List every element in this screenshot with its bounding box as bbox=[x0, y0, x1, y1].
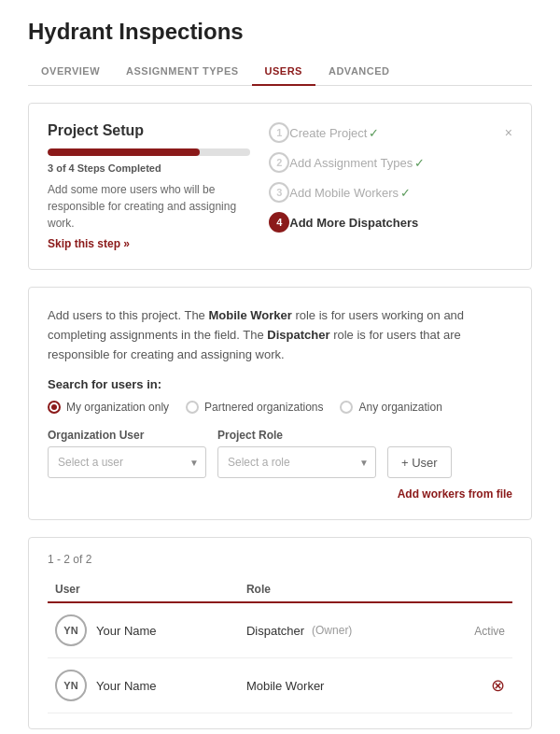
progress-bar-track bbox=[48, 148, 250, 156]
add-user-button[interactable]: + User bbox=[387, 446, 452, 478]
search-label: Search for users in: bbox=[48, 377, 512, 391]
mobile-worker-bold: Mobile Worker bbox=[208, 308, 291, 322]
user-name-2: Your Name bbox=[96, 679, 157, 693]
col-role: Role bbox=[239, 577, 438, 602]
project-setup-left: Project Setup 3 of 4 Steps Completed Add… bbox=[48, 122, 250, 250]
tab-overview[interactable]: OVERVIEW bbox=[28, 58, 113, 86]
user-cell-inner-2: YN Your Name bbox=[55, 670, 231, 701]
user-select[interactable]: Select a user bbox=[48, 446, 206, 478]
step-4: 4 Add More Dispatchers bbox=[269, 212, 512, 233]
page-wrapper: Hydrant Inspections OVERVIEW ASSIGNMENT … bbox=[0, 0, 560, 734]
role-select-wrapper: Select a role ▼ bbox=[217, 446, 376, 478]
users-description: Add users to this project. The Mobile Wo… bbox=[48, 306, 512, 364]
active-badge-1: Active bbox=[474, 625, 505, 638]
role-select[interactable]: Select a role bbox=[217, 446, 376, 478]
project-setup-card: Project Setup 3 of 4 Steps Completed Add… bbox=[28, 103, 532, 270]
users-table-card: 1 - 2 of 2 User Role YN Your Name bbox=[28, 537, 532, 729]
role-text-2: Mobile Worker bbox=[246, 679, 325, 693]
user-select-wrapper: Select a user ▼ bbox=[48, 446, 206, 478]
role-cell-2: Mobile Worker bbox=[239, 658, 438, 713]
radio-partnered-label: Partnered organizations bbox=[204, 401, 323, 414]
user-cell-inner-1: YN Your Name bbox=[55, 614, 231, 646]
page-title: Hydrant Inspections bbox=[28, 19, 532, 45]
table-body: YN Your Name Dispatcher (Owner) Active bbox=[48, 602, 512, 713]
step-2-check: ✓ bbox=[414, 156, 425, 170]
setup-close-button[interactable]: × bbox=[505, 125, 512, 140]
add-user-form-row: Organization User Select a user ▼ Projec… bbox=[48, 429, 512, 478]
steps-list: 1 Create Project ✓ × 2 Add Assignment Ty… bbox=[269, 122, 512, 233]
radio-partnered[interactable]: Partnered organizations bbox=[186, 401, 323, 414]
owner-text-1: (Owner) bbox=[312, 624, 352, 637]
table-count: 1 - 2 of 2 bbox=[48, 553, 512, 566]
user-name-1: Your Name bbox=[96, 624, 157, 638]
steps-completed-text: 3 of 4 Steps Completed bbox=[48, 162, 250, 174]
tab-assignment-types[interactable]: ASSIGNMENT TYPES bbox=[113, 58, 251, 86]
progress-bar-fill bbox=[48, 148, 200, 156]
skip-step-link[interactable]: Skip this step bbox=[48, 237, 250, 250]
role-field-label: Project Role bbox=[217, 429, 376, 442]
nav-tabs: OVERVIEW ASSIGNMENT TYPES USERS ADVANCED bbox=[28, 58, 532, 86]
step-2-num: 2 bbox=[269, 152, 289, 173]
user-field-label: Organization User bbox=[48, 429, 206, 442]
radio-my-org-circle bbox=[48, 401, 61, 414]
remove-user-icon[interactable]: ⊗ bbox=[491, 676, 505, 695]
step-1-label: Create Project bbox=[289, 126, 367, 140]
radio-any-org-circle bbox=[340, 401, 353, 414]
tab-advanced[interactable]: ADVANCED bbox=[315, 58, 403, 86]
table-header-row: User Role bbox=[48, 577, 512, 602]
user-field-group: Organization User Select a user ▼ bbox=[48, 429, 206, 478]
step-3-label: Add Mobile Workers bbox=[289, 186, 399, 200]
step-3: 3 Add Mobile Workers ✓ bbox=[269, 182, 512, 203]
project-setup-description: Add some more users who will be responsi… bbox=[48, 181, 250, 232]
step-1: 1 Create Project ✓ × bbox=[269, 122, 512, 143]
role-cell-1: Dispatcher (Owner) bbox=[239, 602, 438, 658]
user-cell-2: YN Your Name bbox=[48, 658, 239, 713]
role-inner-1: Dispatcher (Owner) bbox=[246, 624, 430, 638]
step-2-label: Add Assignment Types bbox=[289, 156, 413, 170]
step-3-check: ✓ bbox=[400, 186, 411, 200]
dispatcher-bold: Dispatcher bbox=[267, 328, 329, 342]
col-user: User bbox=[48, 577, 239, 602]
project-setup-title: Project Setup bbox=[48, 122, 250, 139]
table-header: User Role bbox=[48, 577, 512, 602]
step-4-label: Add More Dispatchers bbox=[289, 216, 418, 230]
step-1-check: ✓ bbox=[369, 126, 379, 140]
radio-my-org[interactable]: My organization only bbox=[48, 401, 169, 414]
radio-group: My organization only Partnered organizat… bbox=[48, 401, 512, 414]
user-cell-1: YN Your Name bbox=[48, 602, 239, 658]
radio-any-org-label: Any organization bbox=[358, 401, 441, 414]
avatar-2: YN bbox=[55, 670, 87, 701]
radio-any-org[interactable]: Any organization bbox=[340, 401, 441, 414]
step-3-num: 3 bbox=[269, 182, 289, 203]
step-2: 2 Add Assignment Types ✓ bbox=[269, 152, 512, 173]
project-setup-right: 1 Create Project ✓ × 2 Add Assignment Ty… bbox=[269, 122, 512, 250]
col-action bbox=[438, 577, 512, 602]
tab-users[interactable]: USERS bbox=[252, 58, 315, 86]
role-text-1: Dispatcher bbox=[246, 624, 304, 638]
avatar-1: YN bbox=[55, 614, 87, 646]
radio-my-org-label: My organization only bbox=[66, 401, 169, 414]
add-from-file-link[interactable]: Add workers from file bbox=[48, 487, 512, 501]
step-1-num: 1 bbox=[269, 122, 289, 143]
add-users-card: Add users to this project. The Mobile Wo… bbox=[28, 287, 532, 520]
action-cell-2: ⊗ bbox=[438, 658, 512, 713]
table-row-2: YN Your Name Mobile Worker ⊗ bbox=[48, 658, 512, 713]
step-4-num: 4 bbox=[269, 212, 289, 233]
users-table: User Role YN Your Name Dispatcher bbox=[48, 577, 512, 713]
radio-partnered-circle bbox=[186, 401, 199, 414]
action-cell-1: Active bbox=[438, 602, 512, 658]
table-row: YN Your Name Dispatcher (Owner) Active bbox=[48, 602, 512, 658]
role-field-group: Project Role Select a role ▼ bbox=[217, 429, 376, 478]
